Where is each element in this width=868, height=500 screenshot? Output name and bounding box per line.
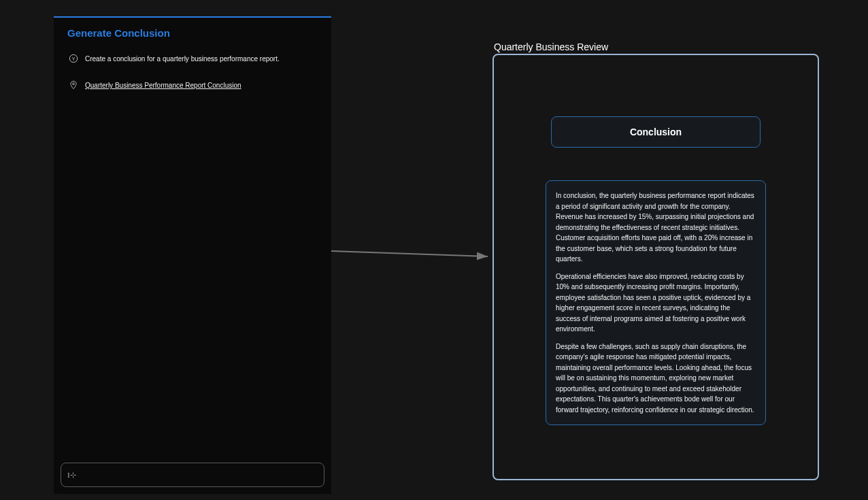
chat-input-wrap: I⊹ <box>61 463 324 487</box>
panel-title: Generate Conclusion <box>54 18 331 46</box>
conclusion-paragraph: Operational efficiencies have also impro… <box>556 271 756 335</box>
connector-arrow <box>331 248 493 262</box>
chat-input[interactable] <box>61 463 324 487</box>
svg-text:Y: Y <box>72 56 76 61</box>
conclusion-heading: Conclusion <box>551 116 761 148</box>
generate-conclusion-panel: Generate Conclusion Y Create a conclusio… <box>54 16 331 494</box>
svg-line-3 <box>331 251 488 256</box>
assistant-message-text[interactable]: Quarterly Business Performance Report Co… <box>85 80 241 90</box>
user-message-text: Create a conclusion for a quarterly busi… <box>85 54 280 64</box>
conclusion-paragraph: In conclusion, the quarterly business pe… <box>556 190 756 265</box>
preview-frame: Conclusion In conclusion, the quarterly … <box>493 54 819 480</box>
assistant-message-row: Quarterly Business Performance Report Co… <box>54 72 331 99</box>
conclusion-paragraph: Despite a few challenges, such as supply… <box>556 341 756 416</box>
svg-point-2 <box>73 83 75 85</box>
user-message-row: Y Create a conclusion for a quarterly bu… <box>54 46 331 72</box>
user-avatar-icon: Y <box>69 54 78 63</box>
conclusion-body: In conclusion, the quarterly business pe… <box>546 180 766 425</box>
location-pin-icon <box>69 80 78 90</box>
preview-title: Quarterly Business Review <box>494 41 608 52</box>
